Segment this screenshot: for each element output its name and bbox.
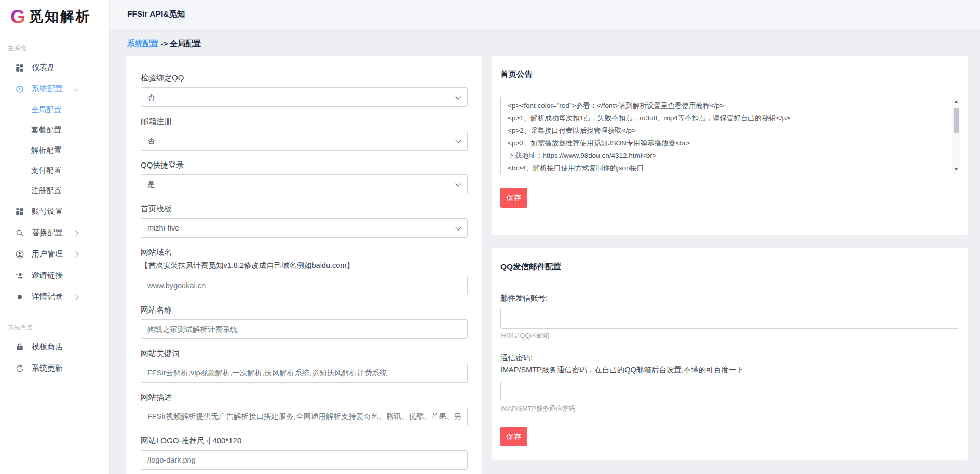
sidebar-item-detail-records[interactable]: 详情记录 xyxy=(0,286,109,307)
sidebar-item-system-update[interactable]: 系统更新 xyxy=(0,358,109,379)
select-wrap: 否 xyxy=(141,87,468,107)
sidebar-subitem-global-config[interactable]: 全局配置 xyxy=(0,100,109,120)
sidebar-item-account-settings[interactable]: 账号设置 xyxy=(0,201,109,222)
sidebar-item-label: 模板商店 xyxy=(32,342,63,352)
scroll-down-arrow-icon[interactable] xyxy=(952,166,960,173)
mail-config-save-button[interactable]: 保存 xyxy=(500,427,527,446)
mail-password-input[interactable] xyxy=(500,381,959,401)
chevron-right-icon xyxy=(73,294,78,300)
site-logo-input[interactable] xyxy=(141,450,468,470)
top-header: FFSir API&觅知 xyxy=(110,0,980,29)
content: 检验绑定QQ 否 邮箱注册 否 QQ快捷登录 是 xyxy=(110,56,980,474)
sidebar-item-label: 用户管理 xyxy=(32,249,63,259)
user-plus-icon xyxy=(15,271,24,280)
field-label: 网站关键词 xyxy=(141,349,468,358)
select-wrap: 否 xyxy=(141,131,468,151)
field-label: QQ快捷登录 xyxy=(141,160,468,170)
field-qq-quick-login: QQ快捷登录 是 xyxy=(141,160,468,194)
home-template-select[interactable]: mizhi-five xyxy=(141,218,468,238)
sidebar-item-template-shop[interactable]: 模板商店 xyxy=(0,336,109,358)
right-column: 首页公告 <p><font color="red">必看：</font>请到解析… xyxy=(492,56,968,460)
qq-quick-login-select[interactable]: 是 xyxy=(141,174,468,194)
sidebar-item-label: 仪表盘 xyxy=(32,63,55,73)
mail-password-label: 通信密码: xyxy=(500,353,959,362)
dot-circle-icon xyxy=(15,292,24,302)
field-home-template: 首页模板 mizhi-five xyxy=(141,204,468,238)
main-area: FFSir API&觅知 系统配置 -> 全局配置 检验绑定QQ 否 邮箱注册 … xyxy=(110,0,980,474)
sidebar: G 觅知解析 主系统 仪表盘 系统配置 全局配置 套餐配置 解析配置 支付配置 … xyxy=(0,0,110,474)
sidebar-subitem-register-config[interactable]: 注册配置 xyxy=(0,181,109,201)
compass-icon xyxy=(15,85,24,94)
field-site-logo: 网站LOGO-推荐尺寸400*120 xyxy=(141,436,468,470)
sidebar-subitem-parse-config[interactable]: 解析配置 xyxy=(0,140,109,160)
site-keywords-input[interactable] xyxy=(141,363,468,383)
chevron-down-icon xyxy=(74,85,79,91)
field-label: 网站描述 xyxy=(141,392,468,402)
app-title: FFSir API&觅知 xyxy=(127,9,185,20)
sidebar-item-label: 邀请链接 xyxy=(32,270,63,280)
field-site-domain: 网站域名 【首次安装扶风计费觅知v1.8.2修改成自己域名例如baidu.com… xyxy=(141,248,468,295)
field-site-name: 网站名称 xyxy=(141,305,468,339)
scrollbar-thumb[interactable] xyxy=(954,108,959,133)
check-bind-qq-select[interactable]: 否 xyxy=(141,87,468,107)
user-icon xyxy=(15,250,24,259)
sidebar-section-after-sale: 觅知售后 xyxy=(0,323,109,332)
announcement-card: 首页公告 <p><font color="red">必看：</font>请到解析… xyxy=(492,56,968,235)
sidebar-item-dashboard[interactable]: 仪表盘 xyxy=(0,57,109,78)
refresh-icon xyxy=(15,364,24,373)
field-label: 网站名称 xyxy=(141,305,468,315)
field-check-bind-qq: 检验绑定QQ 否 xyxy=(141,73,468,107)
grid-icon xyxy=(15,207,24,216)
field-email-register: 邮箱注册 否 xyxy=(141,117,468,151)
logo[interactable]: G 觅知解析 xyxy=(0,0,109,28)
g-gradient-logo-icon: G xyxy=(10,7,25,26)
announcement-textarea[interactable]: <p><font color="red">必看：</font>请到解析设置里查看… xyxy=(500,97,960,174)
announcement-title: 首页公告 xyxy=(500,69,960,80)
mail-account-input[interactable] xyxy=(500,308,959,329)
shop-bag-icon xyxy=(15,343,24,352)
sidebar-item-label: 详情记录 xyxy=(32,292,63,302)
field-label: 网站域名 xyxy=(141,248,468,257)
field-label: 网站LOGO-推荐尺寸400*120 xyxy=(141,436,468,445)
field-site-description: 网站描述 xyxy=(141,392,468,426)
select-wrap: mizhi-five xyxy=(141,218,468,238)
breadcrumb-current: 全局配置 xyxy=(170,39,201,48)
breadcrumb-parent-link[interactable]: 系统配置 xyxy=(127,39,158,48)
sidebar-item-label: 账号设置 xyxy=(32,207,63,216)
mail-config-title: QQ发信邮件配置 xyxy=(500,262,959,273)
email-register-select[interactable]: 否 xyxy=(141,131,468,151)
sidebar-item-user-management[interactable]: 用户管理 xyxy=(0,243,109,265)
mail-account-label: 邮件发信账号: xyxy=(500,293,959,303)
sidebar-item-invite-link[interactable]: 邀请链接 xyxy=(0,265,109,286)
sidebar-item-replace-config[interactable]: 替换配置 xyxy=(0,222,109,243)
sidebar-section-main: 主系统 xyxy=(0,44,109,53)
sidebar-item-label: 系统配置 xyxy=(32,84,63,94)
sidebar-item-system-config[interactable]: 系统配置 xyxy=(0,78,109,100)
mail-account-hint: 只能是QQ的邮箱 xyxy=(500,332,959,341)
global-config-card: 检验绑定QQ 否 邮箱注册 否 QQ快捷登录 是 xyxy=(126,56,482,474)
chevron-right-icon xyxy=(73,230,78,236)
mail-config-card: QQ发信邮件配置 邮件发信账号: 只能是QQ的邮箱 通信密码: IMAP/SMT… xyxy=(492,248,968,460)
search-icon xyxy=(15,228,24,238)
field-label: 邮箱注册 xyxy=(141,117,468,126)
breadcrumb: 系统配置 -> 全局配置 xyxy=(110,29,980,56)
field-sublabel: 【首次安装扶风计费觅知v1.8.2修改成自己域名例如baidu.com】 xyxy=(141,260,468,271)
grid-icon xyxy=(15,63,24,73)
announcement-save-button[interactable]: 保存 xyxy=(500,188,527,208)
field-site-keywords: 网站关键词 xyxy=(141,349,468,383)
field-label: 首页模板 xyxy=(141,204,468,213)
site-description-input[interactable] xyxy=(141,407,468,426)
mail-password-hint: IMAP/SMTP服务通信密码 xyxy=(500,404,959,413)
chevron-right-icon xyxy=(73,251,78,257)
textarea-scrollbar[interactable] xyxy=(952,97,960,174)
select-wrap: 是 xyxy=(141,174,468,194)
sidebar-subitem-package-config[interactable]: 套餐配置 xyxy=(0,120,109,140)
breadcrumb-arrow: -> xyxy=(160,39,168,48)
scroll-up-arrow-icon[interactable] xyxy=(952,98,960,105)
sidebar-subitem-payment-config[interactable]: 支付配置 xyxy=(0,160,109,181)
field-label: 检验绑定QQ xyxy=(141,73,468,83)
announcement-editor: <p><font color="red">必看：</font>请到解析设置里查看… xyxy=(500,97,960,174)
site-domain-input[interactable] xyxy=(141,276,468,295)
mail-password-sublabel: IMAP/SMTP服务通信密码，在自己的QQ邮箱后台设置,不懂的可百度一下 xyxy=(500,364,959,375)
site-name-input[interactable] xyxy=(141,319,468,339)
